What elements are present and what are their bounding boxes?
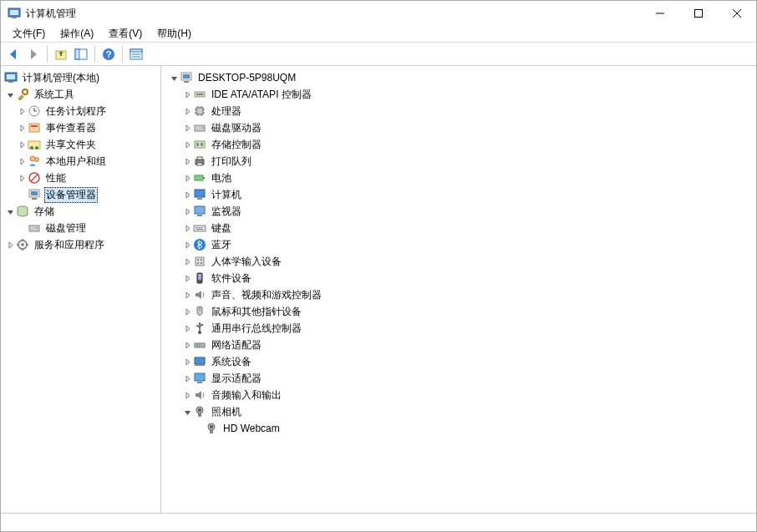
camera-icon bbox=[193, 405, 206, 418]
chevron-right-icon[interactable] bbox=[181, 122, 193, 134]
chevron-right-icon[interactable] bbox=[181, 205, 193, 217]
device-category-camera[interactable]: 照相机 bbox=[161, 403, 756, 420]
chevron-right-icon[interactable] bbox=[4, 239, 16, 251]
tree-item-system-tools[interactable]: 系统工具 bbox=[1, 86, 160, 103]
device-category[interactable]: 网络适配器 bbox=[161, 337, 756, 353]
device-category[interactable]: 人体学输入设备 bbox=[161, 253, 756, 270]
svg-rect-17 bbox=[7, 74, 15, 79]
device-category[interactable]: 存储控制器 bbox=[161, 136, 756, 153]
ide-icon bbox=[193, 88, 206, 101]
device-category[interactable]: 显示适配器 bbox=[161, 370, 756, 387]
forward-button[interactable] bbox=[24, 45, 43, 63]
device-label: 存储控制器 bbox=[210, 138, 263, 152]
battery-icon bbox=[193, 171, 206, 185]
device-label: 人体学输入设备 bbox=[210, 255, 283, 269]
chevron-right-icon[interactable] bbox=[181, 322, 193, 334]
device-category[interactable]: 磁盘驱动器 bbox=[161, 119, 756, 136]
svg-rect-23 bbox=[29, 124, 39, 132]
device-category[interactable]: 蓝牙 bbox=[161, 236, 756, 253]
svg-rect-73 bbox=[196, 227, 197, 228]
device-category[interactable]: 声音、视频和游戏控制器 bbox=[161, 286, 756, 303]
chevron-right-icon[interactable] bbox=[181, 389, 193, 401]
menu-file[interactable]: 文件(F) bbox=[6, 26, 52, 42]
tree-item-task-scheduler[interactable]: 任务计划程序 bbox=[1, 103, 160, 119]
maximize-button[interactable] bbox=[679, 1, 718, 26]
device-category[interactable]: 处理器 bbox=[161, 103, 756, 119]
svg-rect-75 bbox=[201, 227, 202, 228]
menu-action[interactable]: 操作(A) bbox=[53, 26, 100, 42]
device-label: 显示适配器 bbox=[210, 372, 263, 386]
chevron-right-icon[interactable] bbox=[181, 105, 193, 117]
users-icon bbox=[28, 155, 41, 168]
camera-icon bbox=[205, 422, 218, 435]
chevron-right-icon[interactable] bbox=[181, 89, 193, 100]
chevron-right-icon[interactable] bbox=[181, 239, 193, 251]
chevron-right-icon[interactable] bbox=[181, 289, 193, 301]
device-label: 计算机 bbox=[210, 188, 243, 202]
sidebar: 计算机管理(本地) 系统工具 任务计划程序 事件查看器 共享文件夹 本地用户和组 bbox=[1, 66, 161, 513]
chevron-right-icon[interactable] bbox=[181, 189, 193, 200]
device-category[interactable]: 电池 bbox=[161, 170, 756, 186]
svg-point-39 bbox=[21, 243, 24, 246]
device-category[interactable]: 鼠标和其他指针设备 bbox=[161, 303, 756, 320]
chevron-right-icon[interactable] bbox=[181, 339, 193, 351]
chevron-right-icon[interactable] bbox=[16, 122, 28, 134]
monitor-icon bbox=[193, 205, 206, 218]
chevron-right-icon[interactable] bbox=[181, 272, 193, 284]
device-category[interactable]: 打印队列 bbox=[161, 153, 756, 170]
svg-point-92 bbox=[199, 345, 201, 347]
show-hide-tree-button[interactable] bbox=[72, 45, 90, 63]
svg-rect-64 bbox=[197, 157, 202, 160]
tree-item-disk-management[interactable]: 磁盘管理 bbox=[1, 220, 160, 236]
device-category[interactable]: 监视器 bbox=[161, 203, 756, 220]
device-manager-icon bbox=[28, 188, 41, 201]
chevron-down-icon[interactable] bbox=[168, 72, 180, 84]
device-item-webcam[interactable]: HD Webcam bbox=[161, 420, 756, 437]
svg-rect-48 bbox=[196, 94, 203, 95]
chevron-right-icon[interactable] bbox=[181, 256, 193, 267]
chevron-right-icon[interactable] bbox=[181, 372, 193, 384]
menu-help[interactable]: 帮助(H) bbox=[150, 26, 198, 42]
help-button[interactable]: ? bbox=[99, 45, 118, 63]
chevron-right-icon[interactable] bbox=[181, 222, 193, 234]
close-button[interactable] bbox=[718, 1, 756, 26]
device-category[interactable]: 通用串行总线控制器 bbox=[161, 320, 756, 337]
device-category[interactable]: 软件设备 bbox=[161, 270, 756, 286]
back-button[interactable] bbox=[4, 45, 23, 63]
device-category[interactable]: 系统设备 bbox=[161, 353, 756, 370]
device-category[interactable]: IDE ATA/ATAPI 控制器 bbox=[161, 86, 756, 103]
tree-item-local-users[interactable]: 本地用户和组 bbox=[1, 153, 160, 170]
tree-item-services[interactable]: 服务和应用程序 bbox=[1, 236, 160, 253]
chevron-down-icon[interactable] bbox=[4, 205, 16, 217]
menubar: 文件(F) 操作(A) 查看(V) 帮助(H) bbox=[1, 26, 756, 43]
device-category[interactable]: 计算机 bbox=[161, 186, 756, 203]
device-root[interactable]: DESKTOP-5P98UQM bbox=[161, 69, 756, 86]
chevron-right-icon[interactable] bbox=[16, 139, 28, 150]
chevron-right-icon[interactable] bbox=[181, 172, 193, 184]
tree-item-device-manager[interactable]: 设备管理器 bbox=[1, 186, 160, 203]
menu-view[interactable]: 查看(V) bbox=[102, 26, 149, 42]
chevron-right-icon[interactable] bbox=[16, 155, 28, 167]
chevron-down-icon[interactable] bbox=[4, 89, 16, 100]
chevron-right-icon[interactable] bbox=[181, 306, 193, 317]
up-button[interactable] bbox=[52, 45, 70, 63]
tree-item-shared-folders[interactable]: 共享文件夹 bbox=[1, 136, 160, 153]
chevron-down-icon[interactable] bbox=[181, 406, 193, 418]
device-category[interactable]: 键盘 bbox=[161, 220, 756, 236]
properties-button[interactable] bbox=[127, 45, 145, 63]
chevron-right-icon[interactable] bbox=[181, 356, 193, 367]
chevron-right-icon[interactable] bbox=[16, 172, 28, 184]
device-category[interactable]: 音频输入和输出 bbox=[161, 387, 756, 403]
chevron-right-icon[interactable] bbox=[181, 139, 193, 150]
svg-rect-70 bbox=[195, 206, 205, 214]
svg-point-102 bbox=[210, 425, 213, 428]
svg-rect-13 bbox=[130, 49, 142, 52]
chevron-right-icon[interactable] bbox=[16, 105, 28, 117]
tree-root[interactable]: 计算机管理(本地) bbox=[1, 69, 160, 86]
tree-item-performance[interactable]: 性能 bbox=[1, 170, 160, 186]
minimize-button[interactable] bbox=[641, 1, 679, 26]
chevron-right-icon[interactable] bbox=[181, 155, 193, 167]
svg-rect-4 bbox=[695, 10, 703, 18]
tree-item-storage[interactable]: 存储 bbox=[1, 203, 160, 220]
tree-item-event-viewer[interactable]: 事件查看器 bbox=[1, 119, 160, 136]
